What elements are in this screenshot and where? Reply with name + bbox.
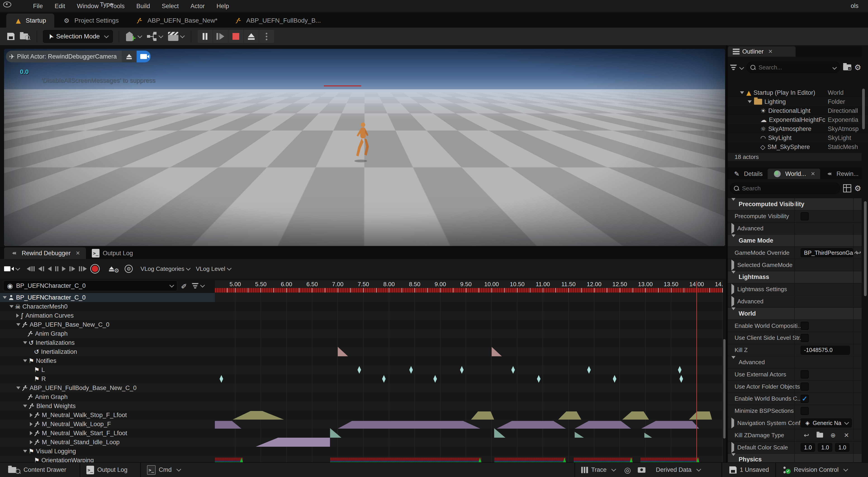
property-row-enable-world-compositi-[interactable]: Enable World Compositi... <box>728 320 862 332</box>
property-row-advanced[interactable]: Advanced <box>728 356 862 369</box>
debug-object-selector[interactable]: ◉ BP_UEFNCharacter_C_0 <box>3 280 177 291</box>
tree-row-inertializations[interactable]: ↺Inertializations <box>0 338 215 347</box>
screenshot-button[interactable] <box>638 463 646 477</box>
property-row-kill-z[interactable]: Kill Z-1048575.0 <box>728 344 862 356</box>
decay-event[interactable] <box>494 428 505 438</box>
property-row-precompute-visibility[interactable]: Precompute Visibility <box>728 211 862 223</box>
record-button[interactable] <box>92 266 98 272</box>
outliner-row[interactable]: LightingFolder <box>728 97 868 106</box>
notify-marker[interactable] <box>460 366 464 374</box>
pause-button[interactable] <box>55 266 58 271</box>
caret-open-icon[interactable] <box>23 450 27 453</box>
notify-marker[interactable] <box>587 366 591 374</box>
decay-event[interactable] <box>492 347 502 356</box>
close-icon[interactable]: ✕ <box>75 250 80 256</box>
outliner-settings-icon[interactable]: ⚙ <box>855 63 861 72</box>
outliner-scrollbar[interactable] <box>862 89 865 129</box>
caret-closed-icon[interactable] <box>732 223 734 234</box>
tab-outliner[interactable]: Outliner ✕ <box>728 46 796 57</box>
caret-open-icon[interactable] <box>732 453 736 463</box>
property-row-use-actor-folder-objects[interactable]: Use Actor Folder Objects <box>728 381 862 393</box>
blend-weight-region[interactable] <box>233 411 284 420</box>
caret-open-icon[interactable] <box>9 305 13 308</box>
blueprints-button[interactable] <box>144 30 165 43</box>
tree-row-abp-uefn-base-new-c-0[interactable]: ABP_UEFN_Base_New_C_0 <box>0 320 215 329</box>
add-actor-button[interactable]: + <box>123 30 144 43</box>
notify-marker[interactable] <box>678 366 681 374</box>
property-row-game-mode[interactable]: Game Mode <box>728 235 862 247</box>
tree-row-l[interactable]: ⚑L <box>0 365 215 374</box>
vlog-categories-dropdown[interactable]: VLog Categories <box>141 265 190 273</box>
property-row-use-external-actors[interactable]: Use External Actors <box>728 369 862 381</box>
save-button[interactable] <box>4 30 17 43</box>
browse-icon[interactable] <box>817 433 823 438</box>
menu-item-help[interactable]: Help <box>211 0 235 12</box>
editor-mode-dropdown[interactable]: ➤ Selection Mode <box>43 30 113 43</box>
use-selected-icon[interactable]: ↩ <box>804 432 809 439</box>
tree-filter-dropdown[interactable] <box>192 283 204 288</box>
checkbox[interactable] <box>801 212 809 220</box>
unsaved-button[interactable]: 1 Unsaved <box>730 463 769 477</box>
frame-skip-button[interactable] <box>213 30 228 43</box>
step-forward-button[interactable] <box>69 266 75 271</box>
chevron-down-icon[interactable] <box>832 65 837 70</box>
vector-component-input[interactable]: 1.0 <box>835 443 849 452</box>
decay-event[interactable] <box>338 347 348 356</box>
blend-weight-region[interactable] <box>622 411 649 420</box>
notify-marker[interactable] <box>220 375 223 383</box>
caret-open-icon[interactable] <box>748 100 752 103</box>
column-type[interactable]: Type <box>100 1 113 8</box>
blend-weight-region[interactable] <box>497 421 566 428</box>
eject-button[interactable] <box>244 30 259 43</box>
checkbox-checked[interactable]: ✓ <box>801 395 809 403</box>
pilot-actor-banner[interactable]: ✈ Pilot Actor: RewindDebuggerCamera <box>6 51 151 62</box>
outliner-row[interactable]: ◇SM_SkySphereStaticMesh <box>728 142 868 152</box>
caret-open-icon[interactable] <box>732 234 736 244</box>
reset-to-default-icon[interactable]: ↩ <box>856 249 861 257</box>
caret-open-icon[interactable] <box>3 296 7 299</box>
clear-icon[interactable]: ✕ <box>844 432 849 439</box>
eye-icon[interactable] <box>3 2 11 7</box>
stop-piloting-button[interactable] <box>122 51 136 62</box>
caret-closed-icon[interactable] <box>30 440 33 444</box>
blend-weight-region[interactable] <box>558 411 581 420</box>
property-row-world[interactable]: World <box>728 308 862 320</box>
menu-item-window[interactable]: Window <box>71 0 104 12</box>
close-icon[interactable]: ✕ <box>768 49 773 55</box>
property-row-default-color-scale[interactable]: Default Color Scale1.01.01.0 <box>728 442 862 454</box>
tree-row-m-neutral-walk-start-f-lfoot[interactable]: M_Neutral_Walk_Start_F_Lfoot <box>0 428 215 438</box>
caret-open-icon[interactable] <box>16 387 20 389</box>
caret-closed-icon[interactable] <box>732 284 734 294</box>
tab-world-[interactable]: World...✕ <box>768 169 820 179</box>
browse-content-button[interactable] <box>17 30 33 43</box>
caret-open-icon[interactable] <box>23 341 27 344</box>
step-back-button[interactable] <box>38 266 44 271</box>
timeline-ruler[interactable]: 5.005.506.006.507.007.508.008.509.009.50… <box>215 280 723 293</box>
outliner-row[interactable]: ☁ExponentialHeightFcExponentia <box>728 115 868 124</box>
details-search[interactable] <box>730 183 840 194</box>
add-icon[interactable]: ⊕ <box>830 432 835 439</box>
caret-open-icon[interactable] <box>23 405 27 407</box>
skip-to-end-button[interactable] <box>79 266 87 271</box>
camera-mode-button[interactable] <box>4 266 20 271</box>
notify-marker[interactable] <box>512 366 515 374</box>
caret-open-icon[interactable] <box>23 359 27 362</box>
menu-item-actor[interactable]: Actor <box>185 0 211 12</box>
tree-row-anim-graph[interactable]: Anim Graph <box>0 392 215 402</box>
property-row-precomputed-visibility[interactable]: Precomputed Visibility <box>728 198 862 211</box>
timeline-track-area[interactable] <box>215 293 723 462</box>
stop-button[interactable] <box>228 30 244 43</box>
bottom-panel-scrollbar[interactable] <box>723 339 725 439</box>
eject-settings-button[interactable]: ⚙ <box>108 263 119 274</box>
tab-output-log[interactable]: >_Output Log <box>86 247 139 259</box>
tree-row-m-neutral-stand-idle-loop[interactable]: M_Neutral_Stand_Idle_Loop <box>0 438 215 447</box>
revision-control-dropdown[interactable]: ✓ Revision Control <box>783 463 847 477</box>
property-row-selected-gamemode[interactable]: Selected GameMode <box>728 259 862 271</box>
output-log-button[interactable]: >_ Output Log <box>86 463 128 477</box>
blend-weight-region[interactable] <box>256 438 330 447</box>
caret-closed-icon[interactable] <box>30 413 33 417</box>
insights-button[interactable]: ◎ <box>624 463 631 477</box>
notify-marker[interactable] <box>613 375 617 383</box>
tab-abp-uefn-base-new-[interactable]: ABP_UEFN_Base_New* <box>127 13 226 28</box>
decay-event[interactable] <box>644 433 652 438</box>
